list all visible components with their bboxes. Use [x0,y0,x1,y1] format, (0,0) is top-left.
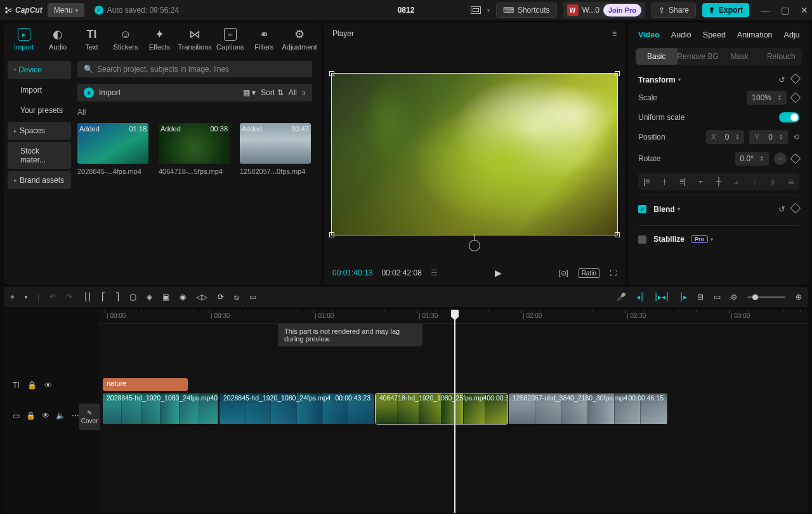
lock-icon[interactable]: 🔒 [26,411,36,420]
compound-icon[interactable]: ▣ [162,293,169,301]
ratio-button[interactable]: Ratio [579,268,599,278]
snap-icon[interactable]: ⊟ [697,293,704,301]
eye-icon[interactable]: 👁 [42,411,49,420]
uniform-scale-toggle[interactable] [779,112,799,122]
magnet-left-icon[interactable]: ◂⎮ [636,293,644,301]
player-viewport[interactable] [324,44,625,264]
clip-card[interactable]: Added00:47 12582057...0fps.mp4 [240,123,311,175]
ai-icon[interactable]: ▭ [249,293,256,301]
sidebar-item-spaces[interactable]: ▸Spaces [8,122,71,140]
align-bottom-icon[interactable]: ⫠ [732,177,741,186]
reset-icon[interactable]: ↺ [778,204,785,214]
magnet-icon[interactable]: ⎮▸◂⎮ [654,293,669,301]
blend-checkbox[interactable]: ✓ [638,205,646,213]
zoom-out-icon[interactable]: ⊖ [731,293,737,301]
align-right-icon[interactable]: ≡| [678,177,687,186]
preview-frame[interactable] [331,73,618,235]
link-icon[interactable]: ⟲ [793,133,799,142]
eye-icon[interactable]: 👁 [44,381,52,390]
focus-icon[interactable]: [⊙] [559,269,568,277]
chevron-down-icon[interactable]: ▾ [678,77,681,82]
subtab-mask[interactable]: Mask [719,48,761,65]
list-icon[interactable]: ☰ [431,268,438,277]
mirror-icon[interactable]: ◁▷ [196,293,207,301]
clip-card[interactable]: Added01:18 2028845-...4fps.mp4 [77,123,148,175]
tab-adjustment[interactable]: ⚙Adjustment [284,25,315,57]
subtab-basic[interactable]: Basic [636,48,678,65]
timeline-clip[interactable]: 4064718-hd_1920_1080_25fps.mp400:00:3 [376,393,508,424]
record-icon[interactable]: ◉ [180,293,186,301]
tab-stickers[interactable]: ☺Stickers [112,25,139,57]
timeline[interactable]: | 00:00| 00:30| 01:00| 01:30| 02:00| 02:… [4,310,808,513]
play-icon[interactable]: ▶ [495,268,502,278]
resize-handle[interactable] [329,71,334,76]
zoom-in-icon[interactable]: ⊕ [796,293,802,301]
aspect-icon[interactable] [471,6,481,14]
tab-animation[interactable]: Animation [737,30,773,39]
pos-x-input[interactable]: X0▲▼ [706,130,745,144]
trim-left-icon[interactable]: ⎡ [102,293,105,301]
sidebar-item-import[interactable]: Import [8,81,71,99]
sidebar-item-device[interactable]: •Device [8,61,71,79]
resize-handle[interactable] [615,232,620,237]
text-clip[interactable]: nature [103,378,188,391]
timeline-clip[interactable]: 12582057-uhd_3840_2160_30fps.mp400:00:46… [509,393,667,424]
keyframe-icon[interactable] [790,203,801,214]
tab-video[interactable]: Video [638,30,660,39]
redo-icon[interactable]: ↷ [66,293,72,301]
sort-button[interactable]: Sort ⇅ [261,88,283,97]
minimize-icon[interactable]: — [761,5,769,15]
distribute-v-icon[interactable]: ≣ [787,177,796,186]
timeline-clip[interactable]: 2028845-hd_1920_1080_24fps.mp40( [103,393,218,424]
chevron-down-icon[interactable]: ▾ [25,294,27,300]
resize-handle[interactable] [329,232,334,237]
sidebar-item-stock[interactable]: Stock mater... [8,142,71,169]
tab-import[interactable]: ▸Import [10,25,37,57]
select-tool-icon[interactable]: ⌖ [10,293,15,301]
sidebar-item-brand[interactable]: ▸Brand assets [8,171,71,189]
shortcuts-button[interactable]: ⌨ Shortcuts [496,3,557,18]
chevron-down-icon[interactable]: ▾ [710,237,713,242]
mute-icon[interactable]: 🔈 [56,411,65,420]
tab-filters[interactable]: ⚭Filters [251,25,278,57]
join-pro-button[interactable]: Join Pro [603,4,641,16]
cover-button[interactable]: ✎ Cover [79,404,100,430]
mic-icon[interactable]: 🎤 [617,293,626,301]
tab-text[interactable]: TIText [78,25,105,57]
rotate-handle[interactable] [469,240,480,251]
pos-y-input[interactable]: Y0▲▼ [749,130,788,144]
tab-audio[interactable]: ◐Audio [44,25,71,57]
undo-icon[interactable]: ↶ [49,293,56,301]
clip-card[interactable]: Added00:38 4064718-...5fps.mp4 [159,123,230,175]
tab-captions[interactable]: ccCaptions [216,25,244,57]
split-icon[interactable]: ⎮⎮ [84,293,91,301]
keyframe-icon[interactable] [790,154,801,164]
funnel-icon[interactable]: ⫾ [302,88,306,97]
close-icon[interactable]: ✕ [801,5,808,15]
tab-effects[interactable]: ✦Effects [146,25,173,57]
tab-audio[interactable]: Audio [671,30,691,39]
export-button[interactable]: ⬆ Export [702,3,749,17]
keyframe-icon[interactable] [790,93,801,103]
tab-adjust[interactable]: Adju [784,30,799,39]
rotate-icon[interactable]: ⟳ [218,293,224,301]
trim-right-icon[interactable]: ⎤ [115,293,119,301]
crop-icon[interactable]: ⧅ [234,293,239,301]
chevron-down-icon[interactable]: ▾ [678,206,680,212]
align-left-icon[interactable]: |≡ [642,177,651,186]
search-input[interactable]: 🔍 Search project, subjects in image, lin… [77,61,312,77]
sidebar-item-presets[interactable]: Your presets [8,102,71,119]
layout-icon[interactable]: ▦ ▾ [243,88,256,97]
fullscreen-icon[interactable]: ⛶ [610,269,617,277]
maximize-icon[interactable]: ▢ [781,5,789,15]
keyframe-icon[interactable] [790,74,801,84]
timeline-clip[interactable]: 2028845-hd_1920_1080_24fps.mp400:00:43:2… [219,393,374,424]
stabilize-checkbox[interactable] [638,235,646,244]
distribute-h-icon[interactable]: ⫼ [768,177,777,186]
magnet-right-icon[interactable]: ⎮▸ [679,293,687,301]
filter-all-button[interactable]: All [289,88,297,97]
hamburger-icon[interactable]: ≡ [612,29,617,38]
align-center-v-icon[interactable]: ┼ [714,177,723,186]
preview-icon[interactable]: ▭ [714,293,721,301]
menu-button[interactable]: Menu ▾ [48,3,84,17]
